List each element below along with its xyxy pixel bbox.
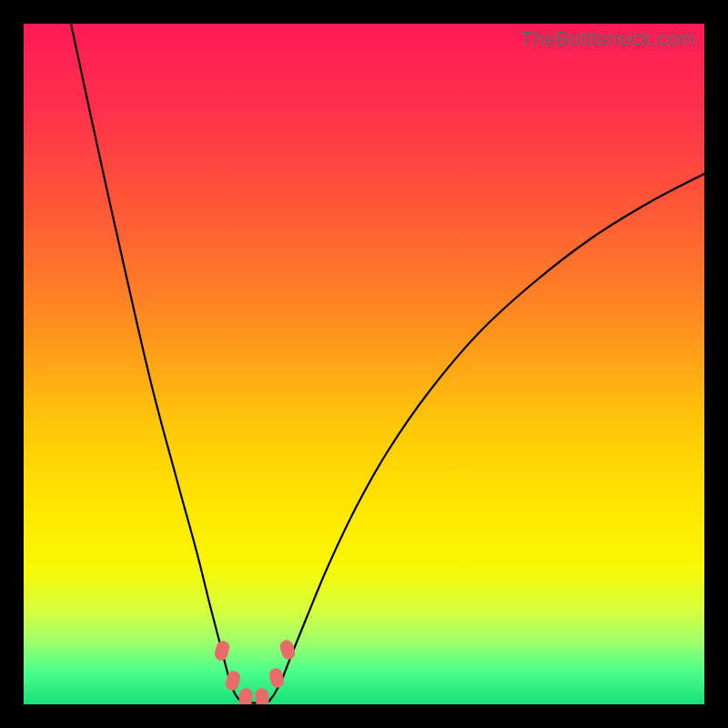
gradient-background [24, 24, 704, 704]
bottleneck-chart [24, 24, 704, 704]
plot-frame: TheBottleneck.com [24, 24, 704, 704]
